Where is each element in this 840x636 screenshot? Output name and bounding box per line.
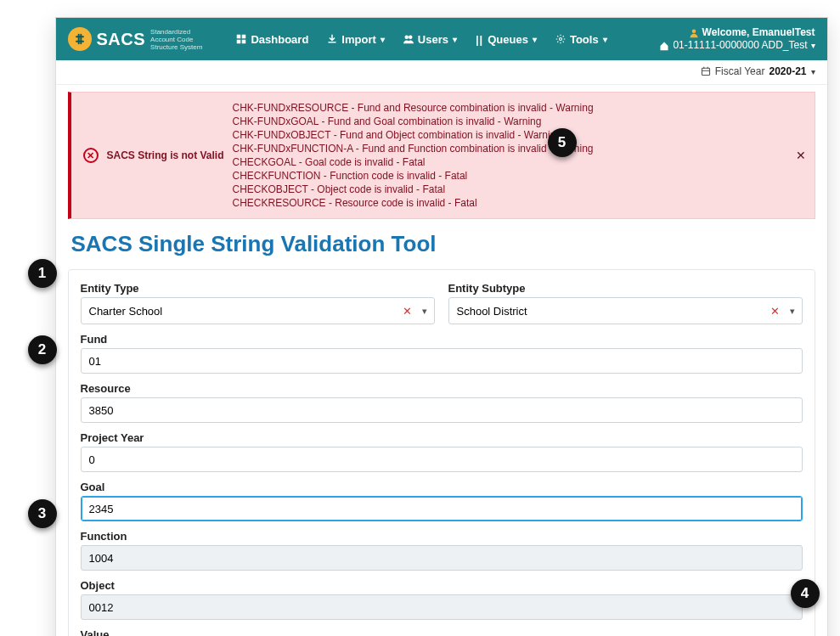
function-label: Function — [81, 530, 803, 543]
clear-icon[interactable]: ✕ — [770, 305, 780, 318]
value-label: Value — [81, 628, 803, 636]
annotation-bubble-2: 2 — [28, 335, 57, 364]
pause-icon: || — [476, 33, 483, 46]
nav-dashboard[interactable]: Dashboard — [228, 28, 317, 51]
org-line[interactable]: 01-11111-0000000 ADD_Test ▾ — [659, 39, 815, 52]
nav-links: Dashboard Import ▾ Users ▾ || Queues ▾ — [228, 28, 615, 51]
fiscal-year-bar: Fiscal Year 2020-21 ▾ — [56, 60, 827, 85]
close-icon[interactable]: ✕ — [796, 149, 806, 162]
users-icon — [403, 34, 414, 44]
chevron-down-icon: ▾ — [381, 35, 385, 44]
chevron-down-icon: ▾ — [811, 39, 815, 52]
goal-label: Goal — [81, 481, 803, 493]
page-title: SACS Single String Validation Tool — [56, 226, 827, 266]
validation-form: Entity Type Charter School ✕ ▾ Entity Su… — [68, 269, 815, 636]
object-label: Object — [81, 579, 803, 592]
chevron-down-icon: ▾ — [422, 306, 427, 317]
fund-label: Fund — [81, 333, 803, 346]
nav-tools[interactable]: Tools ▾ — [547, 28, 616, 51]
error-item: CHECKOBJECT - Object code is invalid - F… — [233, 183, 594, 196]
svg-rect-1 — [242, 35, 246, 39]
error-icon: ✕ — [83, 148, 99, 163]
download-icon — [327, 34, 337, 44]
chevron-down-icon: ▾ — [811, 67, 815, 76]
svg-rect-8 — [702, 68, 709, 75]
welcome-line[interactable]: Welcome, EmanuelTest — [659, 26, 815, 39]
resource-input[interactable] — [81, 397, 803, 423]
error-list: CHK-FUNDxRESOURCE - Fund and Resource co… — [233, 101, 594, 210]
entity-type-label: Entity Type — [81, 282, 435, 295]
brand-name: SACS — [97, 30, 146, 49]
fund-input[interactable] — [81, 348, 803, 374]
user-icon — [689, 28, 699, 38]
entity-type-value: Charter School — [89, 305, 163, 318]
resource-label: Resource — [81, 382, 803, 395]
chevron-down-icon: ▾ — [603, 35, 607, 44]
error-item: CHECKRESOURCE - Resource code is invalid… — [233, 196, 594, 210]
brand-badge-icon — [68, 27, 92, 51]
project-year-input[interactable] — [81, 447, 803, 472]
chevron-down-icon: ▾ — [453, 35, 457, 44]
svg-rect-3 — [242, 40, 246, 44]
annotation-bubble-3: 3 — [28, 499, 57, 528]
gear-icon — [555, 34, 566, 44]
chevron-down-icon: ▾ — [533, 35, 537, 44]
entity-subtype-value: School District — [457, 305, 527, 318]
svg-rect-0 — [237, 35, 241, 39]
chevron-down-icon: ▾ — [790, 306, 795, 317]
error-title: SACS String is not Valid — [107, 149, 224, 161]
goal-input[interactable] — [81, 496, 803, 521]
annotation-bubble-5: 5 — [548, 128, 577, 157]
fiscal-year-selector[interactable]: Fiscal Year 2020-21 ▾ — [701, 65, 815, 77]
annotation-bubble-1: 1 — [28, 259, 57, 288]
user-block: Welcome, EmanuelTest 01-11111-0000000 AD… — [659, 26, 815, 52]
entity-subtype-label: Entity Subtype — [448, 282, 803, 295]
error-item: CHK-FUNDxOBJECT - Fund and Object combin… — [233, 128, 594, 142]
project-year-label: Project Year — [81, 431, 803, 444]
error-item: CHK-FUNDxGOAL - Fund and Goal combinatio… — [233, 115, 594, 128]
error-item: CHECKGOAL - Goal code is invalid - Fatal — [233, 155, 594, 169]
nav-import[interactable]: Import ▾ — [319, 28, 392, 51]
nav-users[interactable]: Users ▾ — [395, 28, 465, 51]
error-item: CHK-FUNDxRESOURCE - Fund and Resource co… — [233, 101, 594, 115]
clear-icon[interactable]: ✕ — [403, 305, 412, 318]
navbar: SACS Standardized Account Code Structure… — [56, 18, 827, 60]
error-item: CHK-FUNDxFUNCTION-A - Fund and Function … — [233, 142, 594, 155]
home-icon — [659, 41, 669, 51]
annotation-bubble-4: 4 — [791, 579, 820, 608]
error-banner: ✕ SACS String is not Valid CHK-FUNDxRESO… — [68, 92, 815, 219]
entity-type-select[interactable]: Charter School ✕ ▾ — [81, 297, 435, 324]
brand-logo[interactable]: SACS Standardized Account Code Structure… — [68, 27, 203, 51]
svg-point-4 — [404, 36, 409, 40]
object-input[interactable] — [81, 594, 803, 620]
nav-queues[interactable]: || Queues ▾ — [467, 28, 545, 51]
svg-point-6 — [559, 38, 561, 41]
app-window: SACS Standardized Account Code Structure… — [55, 17, 828, 636]
svg-point-5 — [409, 36, 413, 40]
function-input[interactable] — [81, 545, 803, 571]
grid-icon — [236, 34, 246, 44]
calendar-icon — [701, 66, 711, 76]
brand-subtitle: Standardized Account Code Structure Syst… — [150, 28, 202, 51]
svg-rect-2 — [237, 40, 241, 44]
svg-point-7 — [691, 29, 696, 33]
error-item: CHECKFUNCTION - Function code is invalid… — [233, 169, 594, 183]
entity-subtype-select[interactable]: School District ✕ ▾ — [448, 297, 803, 324]
